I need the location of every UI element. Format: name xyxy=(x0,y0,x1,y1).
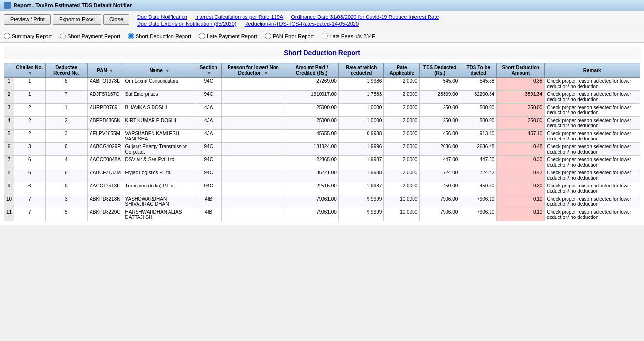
table-cell xyxy=(221,78,285,91)
table-cell: 456.00 xyxy=(420,130,460,143)
export-excel-button[interactable]: Export to Excel xyxy=(53,14,101,25)
table-cell: Check proper reason selected for lower d… xyxy=(545,117,640,130)
table-row: 764AACCD3848ADSV Air & Sea Pvt. Ltd.94C2… xyxy=(4,156,640,169)
table-cell: 2 xyxy=(45,117,87,130)
table-cell: Check proper reason selected for lower d… xyxy=(545,182,640,195)
table-cell: AABFO1978L xyxy=(88,78,123,91)
table-cell: 8 xyxy=(4,169,14,182)
table-cell: 36221.00 xyxy=(285,169,338,182)
radio-pan-error[interactable]: PAN Error Report xyxy=(265,33,314,39)
table-cell: 457.10 xyxy=(497,130,545,143)
radio-short-payment[interactable]: Short Payment Report xyxy=(60,33,120,39)
table-cell: AACCD3848A xyxy=(88,156,123,169)
table-cell: 6 xyxy=(45,169,87,182)
table-cell: 1.9996 xyxy=(338,143,383,156)
table-cell: 7 xyxy=(45,91,87,104)
table-cell: 0.9988 xyxy=(338,130,383,143)
table-cell: 1.7583 xyxy=(338,91,383,104)
table-cell: 3 xyxy=(14,143,46,156)
col-header-remark: Remark xyxy=(545,63,640,78)
table-cell: 500.00 xyxy=(460,117,497,130)
table-cell: 2.0000 xyxy=(384,104,420,117)
challan-filter-icon[interactable]: ▼ xyxy=(28,71,32,76)
table-body: 116AABFO1978LOm Laxmi Consolidators94C27… xyxy=(4,78,640,221)
table-cell: 1.9988 xyxy=(338,169,383,182)
table-cell: Check proper reason selected for lower d… xyxy=(545,195,640,208)
table-cell xyxy=(221,91,285,104)
table-cell: 7906.10 xyxy=(460,208,497,221)
table-cell: 11 xyxy=(4,208,14,221)
table-cell: 7 xyxy=(14,195,46,208)
table-cell: 545.38 xyxy=(460,78,497,91)
table-cell: 2.0000 xyxy=(384,117,420,130)
table-cell: 5 xyxy=(4,130,14,143)
table-cell: 0.30 xyxy=(497,182,545,195)
table-cell: AURPD0769L xyxy=(88,104,123,117)
preview-print-button[interactable]: Preview / Print xyxy=(4,14,51,25)
table-cell xyxy=(221,156,285,169)
close-button[interactable]: Close xyxy=(103,14,129,25)
table-cell: 2.0000 xyxy=(384,156,420,169)
table-cell: 1 xyxy=(45,104,87,117)
radio-summary[interactable]: Summary Report xyxy=(4,33,52,39)
table-cell: Check proper reason selected for lower d… xyxy=(545,143,640,156)
table-cell: 25000.00 xyxy=(285,117,338,130)
table-cell: 94C xyxy=(196,169,221,182)
table-cell: KIRTIKUMAR P DOSHI xyxy=(123,117,196,130)
section-filter-icon[interactable]: ▼ xyxy=(207,71,211,76)
table-cell: 1 xyxy=(14,78,46,91)
table-cell: 3 xyxy=(45,130,87,143)
table-cell: 545.00 xyxy=(420,78,460,91)
table-cell: ABKPD8220C xyxy=(88,208,123,221)
table-cell: Gujarat Energy Transmission Corp.Ltd. xyxy=(123,143,196,156)
table-cell: 4IB xyxy=(196,208,221,221)
reason-filter-icon[interactable]: ▼ xyxy=(264,71,268,76)
table-cell: 447.00 xyxy=(420,156,460,169)
table-cell xyxy=(221,143,285,156)
table-cell: 22365.00 xyxy=(285,156,338,169)
table-cell: 9.9999 xyxy=(338,208,383,221)
radio-late-payment[interactable]: Late Payment Report xyxy=(199,33,257,39)
due-date-notification-link[interactable]: Due Date Notification xyxy=(137,14,187,20)
table-cell: Check proper reason selected for lower d… xyxy=(545,130,640,143)
due-date-extension-link[interactable]: Due Date Extension Notification (35/2020… xyxy=(137,21,236,27)
radio-late-fees[interactable]: Late Fees u/s 234E xyxy=(322,33,375,39)
table-row: 523AELPV2655MVARSHABEN KAMLESH VANESHA4J… xyxy=(4,130,640,143)
table-cell: 4IB xyxy=(196,195,221,208)
table-cell: 2636.48 xyxy=(460,143,497,156)
table-header-row: Challan No. ▼ Deductee Record No. PAN ▼ … xyxy=(4,63,640,78)
table-cell xyxy=(221,208,285,221)
table-cell: 9 xyxy=(45,182,87,195)
interest-calculation-link[interactable]: Interest Calculation as per Rule 119A xyxy=(195,14,283,20)
ordinance-date-link[interactable]: Ordinance Date 31/03/2020 for Covid-19 R… xyxy=(291,14,439,20)
table-row: 217ADJFS7167CSai Enterprises94C1610017.0… xyxy=(4,91,640,104)
table-row: 1073ABKPD8218NYASHOWARDHAN SHIVAJIRAO DH… xyxy=(4,195,640,208)
table-cell xyxy=(221,195,285,208)
reduction-tds-link[interactable]: Reduction-in-TDS-TCS-Rates-dated-14-05-2… xyxy=(244,21,359,27)
table-cell: 250.00 xyxy=(497,117,545,130)
table-cell: 2 xyxy=(14,130,46,143)
table-cell: 0.10 xyxy=(497,208,545,221)
table-cell: 913.10 xyxy=(460,130,497,143)
table-cell: 79061.00 xyxy=(285,208,338,221)
table-row: 866AABCF2133MFlyjac Logistics P.Ltd.94C3… xyxy=(4,169,640,182)
table-cell: 6 xyxy=(4,143,14,156)
table-cell: Flyjac Logistics P.Ltd. xyxy=(123,169,196,182)
report-title: Short Deduction Report xyxy=(4,46,640,59)
table-cell: HARSHWARDHAN ALIAS DATTAJI SH xyxy=(123,208,196,221)
radio-short-deduction[interactable]: Short Deduction Report xyxy=(128,33,191,39)
table-container: Challan No. ▼ Deductee Record No. PAN ▼ … xyxy=(4,63,640,221)
table-cell: 2 xyxy=(14,104,46,117)
table-cell: 1.0000 xyxy=(338,117,383,130)
table-cell: 0.38 xyxy=(497,78,545,91)
table-cell: 0.30 xyxy=(497,156,545,169)
name-filter-icon[interactable]: ▼ xyxy=(165,68,169,73)
table-row: 1175ABKPD8220CHARSHWARDHAN ALIAS DATTAJI… xyxy=(4,208,640,221)
pan-filter-icon[interactable]: ▼ xyxy=(109,68,113,73)
title-bar: Report - TaxPro Estimated TDS Default No… xyxy=(0,0,644,11)
table-cell: 2.0000 xyxy=(384,182,420,195)
table-row: 321AURPD0769LBHAVIKA S DOSHI4JA25000.001… xyxy=(4,104,640,117)
table-cell: 6 xyxy=(45,78,87,91)
table-cell: 32200.34 xyxy=(460,91,497,104)
table-cell: 0.48 xyxy=(497,143,545,156)
